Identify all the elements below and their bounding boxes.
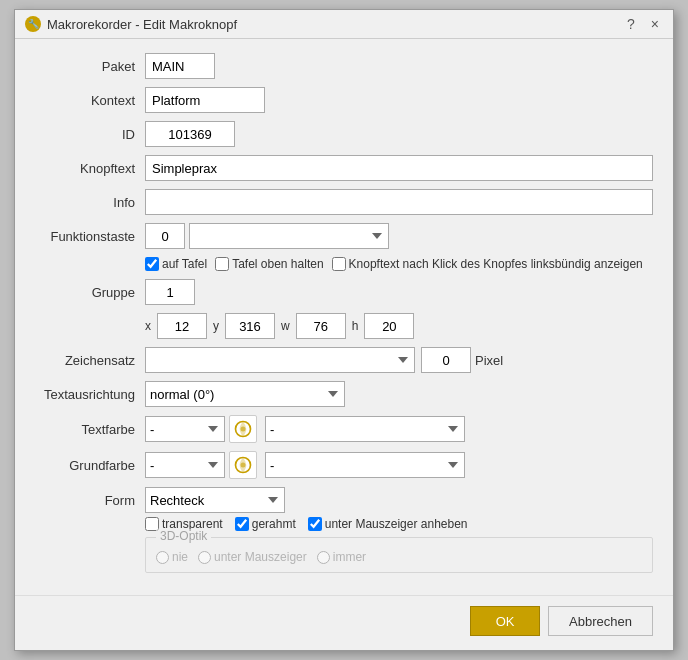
textfarbe-select1[interactable]: - — [145, 416, 225, 442]
transparent-checkbox[interactable] — [145, 517, 159, 531]
x-input[interactable] — [157, 313, 207, 339]
knopftext-row: Knopftext — [35, 155, 653, 181]
optik-section-title: 3D-Optik — [156, 529, 211, 543]
radio-row: nie unter Mauszeiger immer — [156, 544, 642, 564]
tafel-oben-label: Tafel oben halten — [232, 257, 323, 271]
knopftext-input[interactable] — [145, 155, 653, 181]
gruppe-label: Gruppe — [35, 285, 145, 300]
close-button[interactable]: × — [647, 16, 663, 32]
id-label: ID — [35, 127, 145, 142]
checkbox-row-2: transparent gerahmt unter Mauszeiger anh… — [35, 517, 653, 531]
transparent-checkbox-item[interactable]: transparent — [145, 517, 223, 531]
funktionstaste-row: Funktionstaste — [35, 223, 653, 249]
paket-input[interactable] — [145, 53, 215, 79]
y-input[interactable] — [225, 313, 275, 339]
kontext-input[interactable] — [145, 87, 265, 113]
gruppe-input[interactable] — [145, 279, 195, 305]
grundfarbe-color-picker[interactable] — [229, 451, 257, 479]
gerahmt-checkbox-item[interactable]: gerahmt — [235, 517, 296, 531]
radio-immer-item: immer — [317, 550, 366, 564]
textfarbe-label: Textfarbe — [35, 422, 145, 437]
title-bar: 🔧 Makrorekorder - Edit Makroknopf ? × — [15, 10, 673, 39]
funktionstaste-group — [145, 223, 389, 249]
mauszeiger-label: unter Mauszeiger anheben — [325, 517, 468, 531]
gruppe-row: Gruppe — [35, 279, 653, 305]
textfarbe-group: - - — [145, 415, 465, 443]
tafel-oben-checkbox-item[interactable]: Tafel oben halten — [215, 257, 323, 271]
transparent-label: transparent — [162, 517, 223, 531]
dialog-content: Paket Kontext ID Knopftext Info Funktion… — [15, 39, 673, 595]
info-row: Info — [35, 189, 653, 215]
pixel-label: Pixel — [475, 353, 503, 368]
paket-row: Paket — [35, 53, 653, 79]
x-label: x — [145, 319, 151, 333]
mauszeiger-checkbox[interactable] — [308, 517, 322, 531]
xywh-row: x y w h — [35, 313, 653, 339]
y-label: y — [213, 319, 219, 333]
grundfarbe-group: - - — [145, 451, 465, 479]
textausrichtung-row: Textausrichtung normal (0°) 90° 180° 270… — [35, 381, 653, 407]
textfarbe-select2[interactable]: - — [265, 416, 465, 442]
grundfarbe-label: Grundfarbe — [35, 458, 145, 473]
grundfarbe-row: Grundfarbe - - — [35, 451, 653, 479]
zeichensatz-row: Zeichensatz Pixel — [35, 347, 653, 373]
mauszeiger-checkbox-item[interactable]: unter Mauszeiger anheben — [308, 517, 468, 531]
knopftext-label: Knopftext — [35, 161, 145, 176]
radio-nie-item: nie — [156, 550, 188, 564]
w-input[interactable] — [296, 313, 346, 339]
dialog-footer: OK Abbrechen — [15, 595, 673, 650]
radio-immer-label: immer — [333, 550, 366, 564]
cancel-button[interactable]: Abbrechen — [548, 606, 653, 636]
w-label: w — [281, 319, 290, 333]
tafel-oben-checkbox[interactable] — [215, 257, 229, 271]
radio-mauszeiger-item: unter Mauszeiger — [198, 550, 307, 564]
radio-nie-label: nie — [172, 550, 188, 564]
svg-point-3 — [241, 463, 246, 468]
info-input[interactable] — [145, 189, 653, 215]
grundfarbe-select2[interactable]: - — [265, 452, 465, 478]
pixel-input[interactable] — [421, 347, 471, 373]
id-row: ID — [35, 121, 653, 147]
dialog-window: 🔧 Makrorekorder - Edit Makroknopf ? × Pa… — [14, 9, 674, 651]
ok-button[interactable]: OK — [470, 606, 540, 636]
checkbox-row-1: auf Tafel Tafel oben halten Knopftext na… — [35, 257, 653, 271]
kontext-row: Kontext — [35, 87, 653, 113]
grundfarbe-select1[interactable]: - — [145, 452, 225, 478]
id-input[interactable] — [145, 121, 235, 147]
funktionstaste-label: Funktionstaste — [35, 229, 145, 244]
h-input[interactable] — [364, 313, 414, 339]
radio-mauszeiger-label: unter Mauszeiger — [214, 550, 307, 564]
pixel-group: Pixel — [421, 347, 503, 373]
form-label: Form — [35, 493, 145, 508]
help-button[interactable]: ? — [623, 16, 639, 32]
funktionstaste-input[interactable] — [145, 223, 185, 249]
textausrichtung-label: Textausrichtung — [35, 387, 145, 402]
form-row: Form Rechteck Ellipse — [35, 487, 653, 513]
auf-tafel-checkbox[interactable] — [145, 257, 159, 271]
auf-tafel-checkbox-item[interactable]: auf Tafel — [145, 257, 207, 271]
dialog-title: Makrorekorder - Edit Makroknopf — [47, 17, 617, 32]
svg-point-1 — [241, 427, 246, 432]
textfarbe-color-picker[interactable] — [229, 415, 257, 443]
gerahmt-label: gerahmt — [252, 517, 296, 531]
knopftext-cb-label: Knopftext nach Klick des Knopfes linksbü… — [349, 257, 643, 271]
form-select[interactable]: Rechteck Ellipse — [145, 487, 285, 513]
zeichensatz-label: Zeichensatz — [35, 353, 145, 368]
radio-nie — [156, 551, 169, 564]
h-label: h — [352, 319, 359, 333]
paket-label: Paket — [35, 59, 145, 74]
info-label: Info — [35, 195, 145, 210]
textausrichtung-select[interactable]: normal (0°) 90° 180° 270° — [145, 381, 345, 407]
optik-section: 3D-Optik nie unter Mauszeiger immer — [145, 537, 653, 573]
gerahmt-checkbox[interactable] — [235, 517, 249, 531]
auf-tafel-label: auf Tafel — [162, 257, 207, 271]
zeichensatz-select[interactable] — [145, 347, 415, 373]
radio-immer — [317, 551, 330, 564]
app-icon: 🔧 — [25, 16, 41, 32]
radio-mauszeiger — [198, 551, 211, 564]
textfarbe-row: Textfarbe - - — [35, 415, 653, 443]
funktionstaste-select[interactable] — [189, 223, 389, 249]
kontext-label: Kontext — [35, 93, 145, 108]
knopftext-checkbox[interactable] — [332, 257, 346, 271]
knopftext-cb-item[interactable]: Knopftext nach Klick des Knopfes linksbü… — [332, 257, 643, 271]
